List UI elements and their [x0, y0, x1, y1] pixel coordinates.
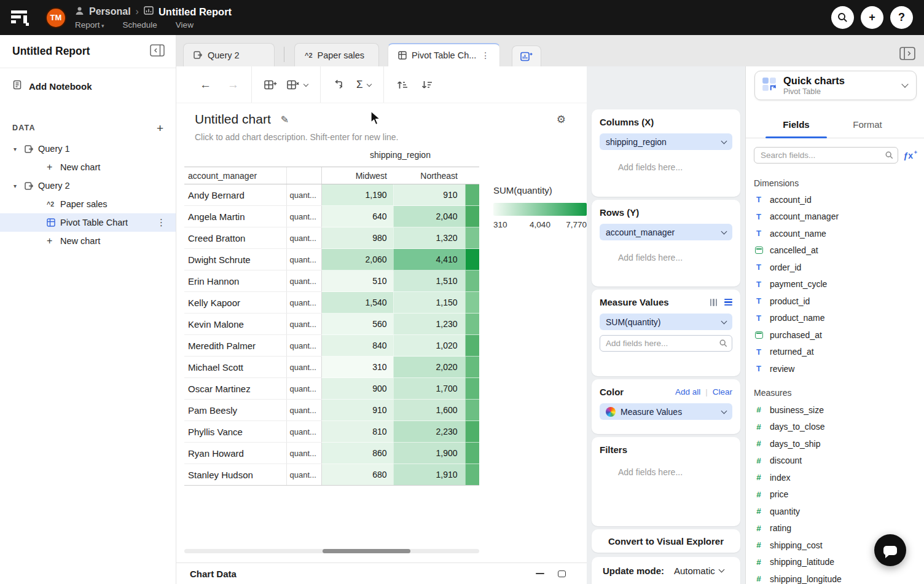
horizontal-scrollbar[interactable] — [184, 549, 479, 553]
sidebar-tree-item[interactable]: ▾ ^2 + Paper sales ⋮ — [0, 195, 176, 213]
cell-midwest[interactable]: 1,540 — [321, 292, 393, 314]
tab-format[interactable]: Format — [832, 111, 903, 138]
cell-northeast[interactable]: 1,910 — [393, 464, 465, 486]
columns-field-pill[interactable]: shipping_region — [600, 133, 732, 150]
sidebar-tree-item[interactable]: ▾ ^2 + Query 2 ⋮ — [0, 176, 176, 195]
measure-field-item[interactable]: # discount — [754, 452, 924, 470]
row-label[interactable]: Michael Scott — [184, 357, 286, 378]
measure-field-item[interactable]: # days_to_ship — [754, 435, 924, 452]
rows-layout-icon[interactable] — [724, 299, 732, 306]
dimension-field-item[interactable]: T product_name — [754, 310, 924, 327]
cell-northeast[interactable]: 1,230 — [393, 314, 465, 335]
cell-midwest[interactable]: 2,060 — [321, 249, 393, 270]
dimension-field-item[interactable]: T account_manager — [754, 208, 924, 226]
row-label[interactable]: Kelly Kapoor — [184, 292, 286, 314]
cell-partial-column[interactable] — [465, 292, 479, 314]
chart-tab[interactable]: ^2 Paper sales ⋮ — [294, 43, 379, 66]
cell-northeast[interactable]: 1,700 — [393, 378, 465, 400]
cell-partial-column[interactable] — [465, 378, 479, 400]
cell-midwest[interactable]: 560 — [321, 314, 393, 335]
maximize-panel-icon[interactable] — [558, 570, 566, 577]
measure-field-item[interactable]: # quantity — [754, 503, 924, 520]
cell-partial-column[interactable] — [465, 335, 479, 357]
scrollbar-thumb[interactable] — [323, 549, 410, 553]
add-measure-input[interactable] — [600, 335, 732, 352]
cell-partial-column[interactable] — [465, 206, 479, 227]
menu-item[interactable]: Schedule — [123, 20, 157, 30]
measure-field-pill[interactable]: SUM(quantity) — [600, 314, 732, 330]
cell-partial-column[interactable] — [465, 184, 479, 206]
cell-midwest[interactable]: 810 — [321, 421, 393, 443]
measure-field-item[interactable]: # shipping_longitude — [754, 570, 924, 584]
cell-northeast[interactable]: 1,600 — [393, 400, 465, 421]
menu-item[interactable]: Report — [75, 20, 104, 30]
add-notebook-button[interactable]: Add Notebook — [0, 77, 176, 95]
chevron-down-icon[interactable]: ▾ — [14, 183, 25, 189]
cell-partial-column[interactable] — [465, 314, 479, 335]
cell-partial-column[interactable] — [465, 357, 479, 378]
measure-field-item[interactable]: # business_size — [754, 401, 924, 419]
sort-descending-icon[interactable] — [421, 80, 433, 90]
measure-field-item[interactable]: # price — [754, 486, 924, 503]
row-label[interactable]: Kevin Malone — [184, 314, 286, 335]
add-button[interactable]: + — [861, 6, 883, 29]
kebab-menu-icon[interactable]: ⋮ — [157, 217, 176, 228]
cell-midwest[interactable]: 860 — [321, 443, 393, 464]
row-label[interactable]: Stanley Hudson — [184, 464, 286, 486]
update-mode-dropdown[interactable]: Automatic — [674, 566, 724, 576]
cell-northeast[interactable]: 1,020 — [393, 335, 465, 357]
app-logo-icon[interactable] — [11, 9, 29, 26]
chart-data-label[interactable]: Chart Data — [190, 569, 237, 579]
quick-charts-dropdown[interactable]: Quick charts Pivot Table — [754, 71, 917, 100]
sidebar-tree-item[interactable]: ▾ ^2 + Pivot Table Chart ⋮ — [0, 213, 176, 232]
row-label[interactable]: Meredith Palmer — [184, 335, 286, 357]
dimension-field-item[interactable]: T returned_at — [754, 344, 924, 361]
cell-partial-column[interactable] — [465, 270, 479, 292]
chart-title[interactable]: Untitled chart — [195, 112, 271, 127]
measure-field-item[interactable]: # index — [754, 469, 924, 486]
edit-title-icon[interactable]: ✎ — [281, 114, 289, 125]
sort-ascending-icon[interactable] — [396, 80, 409, 90]
search-button[interactable] — [831, 6, 854, 29]
dimension-field-item[interactable]: T review — [754, 360, 924, 377]
row-label[interactable]: Oscar Martinez — [184, 378, 286, 400]
row-label[interactable]: Pam Beesly — [184, 400, 286, 421]
collapse-sidebar-icon[interactable] — [150, 44, 165, 59]
row-label[interactable]: Erin Hannon — [184, 270, 286, 292]
dimension-field-item[interactable]: T account_id — [754, 191, 924, 208]
row-label[interactable]: Ryan Howard — [184, 443, 286, 464]
cell-northeast[interactable]: 1,900 — [393, 443, 465, 464]
cell-northeast[interactable]: 910 — [393, 184, 465, 206]
aggregate-icon[interactable]: Σ — [356, 79, 371, 91]
rows-field-pill[interactable]: account_manager — [600, 224, 732, 240]
dimension-field-item[interactable]: T cancelled_at — [754, 242, 924, 259]
add-field-icon[interactable] — [264, 79, 277, 90]
cell-northeast[interactable]: 4,410 — [393, 249, 465, 270]
color-field-pill[interactable]: Measure Values — [600, 403, 732, 420]
sidebar-tree-item[interactable]: ▾ ^2 + New chart ⋮ — [0, 232, 176, 250]
cell-partial-column[interactable] — [465, 400, 479, 421]
filters-drop-hint[interactable]: Add fields here... — [618, 467, 732, 477]
cell-midwest[interactable]: 900 — [321, 378, 393, 400]
cell-midwest[interactable]: 640 — [321, 206, 393, 227]
expand-panel-icon[interactable] — [899, 47, 915, 60]
redo-icon[interactable]: → — [227, 78, 239, 92]
convert-to-visual-explorer-button[interactable]: Convert to Visual Explorer — [592, 529, 740, 553]
clear-link[interactable]: Clear — [713, 387, 732, 397]
row-label[interactable]: Angela Martin — [184, 206, 286, 227]
cell-midwest[interactable]: 680 — [321, 464, 393, 486]
row-dimension-header[interactable]: account_manager — [184, 167, 286, 184]
kebab-menu-icon[interactable]: ⋮ — [481, 50, 490, 60]
dimension-field-item[interactable]: T purchased_at — [754, 326, 924, 344]
sidebar-tree-item[interactable]: ▾ ^2 + New chart ⋮ — [0, 158, 176, 176]
add-all-link[interactable]: Add all — [675, 387, 700, 397]
chart-tab[interactable]: ^2 Pivot Table Ch... ⋮ — [388, 43, 500, 66]
tab-fields[interactable]: Fields — [761, 111, 832, 138]
dimension-field-item[interactable]: T order_id — [754, 259, 924, 276]
row-label[interactable]: Phyllis Vance — [184, 421, 286, 443]
cell-midwest[interactable]: 980 — [321, 227, 393, 249]
chat-support-button[interactable] — [874, 534, 906, 566]
cell-northeast[interactable]: 2,230 — [393, 421, 465, 443]
cell-midwest[interactable]: 310 — [321, 357, 393, 378]
transpose-icon[interactable] — [333, 79, 344, 90]
